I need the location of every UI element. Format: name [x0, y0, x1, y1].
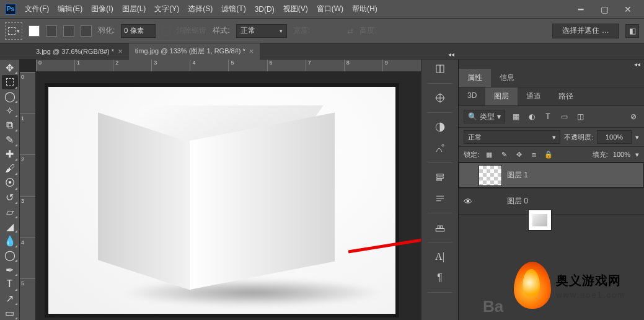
- menu-window[interactable]: 窗口(W): [317, 4, 343, 14]
- selection-add-icon[interactable]: [46, 25, 57, 37]
- menubar: Ps 文件(F) 编辑(E) 图像(I) 图层(L) 文字(Y) 选择(S) 滤…: [0, 0, 644, 19]
- gradient-tool[interactable]: ◢: [2, 220, 18, 233]
- tab-channels[interactable]: 通道: [518, 87, 550, 105]
- panel-collapse-icon[interactable]: ◂◂: [459, 60, 644, 69]
- paragraph-panel-icon[interactable]: [430, 192, 451, 205]
- filter-toggle-icon[interactable]: ⊘: [628, 111, 639, 122]
- tab-close-icon[interactable]: ×: [118, 47, 123, 56]
- opacity-input[interactable]: 100%: [597, 130, 632, 144]
- tab-0[interactable]: 3.jpg @ 37.6%(RGB/8#) *×: [30, 43, 129, 60]
- blend-mode-select[interactable]: 正常▾: [464, 130, 560, 144]
- layer-name[interactable]: 图层 1: [507, 170, 528, 180]
- type-tool[interactable]: T: [2, 277, 18, 291]
- path-tool[interactable]: ↗: [2, 292, 18, 306]
- move-tool[interactable]: ✥: [2, 61, 18, 74]
- tab-paths[interactable]: 路径: [550, 87, 582, 105]
- menu-type[interactable]: 文字(Y): [154, 4, 179, 14]
- history-panel-icon[interactable]: [430, 62, 451, 76]
- menu-view[interactable]: 视图(V): [283, 4, 308, 14]
- lock-artboard-icon[interactable]: ⧈: [529, 149, 539, 159]
- menu-select[interactable]: 选择(S): [188, 4, 213, 14]
- select-and-mask-button[interactable]: 选择并遮住 …: [552, 24, 619, 38]
- marquee-tool[interactable]: [2, 75, 18, 89]
- selection-subtract-icon[interactable]: [63, 25, 74, 37]
- character-panel-icon[interactable]: [430, 171, 451, 184]
- selection-intersect-icon[interactable]: [81, 25, 92, 37]
- lasso-tool[interactable]: ◯: [2, 90, 18, 104]
- stamp-tool[interactable]: ⦿: [2, 176, 18, 190]
- filter-type-icon[interactable]: T: [542, 111, 554, 122]
- document-tabbar: 3.jpg @ 37.6%(RGB/8#) *× timg.jpg @ 133%…: [0, 43, 644, 60]
- cube-artwork: [98, 105, 333, 310]
- width-label: 宽度:: [293, 25, 310, 36]
- menu-3d[interactable]: 3D(D): [255, 5, 275, 14]
- lock-pos-icon[interactable]: ✥: [514, 149, 524, 159]
- menu-filter[interactable]: 滤镜(T): [221, 4, 245, 14]
- magic-wand-tool[interactable]: ✧: [2, 104, 18, 118]
- tab-properties[interactable]: 属性: [459, 69, 491, 87]
- brush-tool[interactable]: 🖌: [2, 162, 18, 176]
- options-gear-icon[interactable]: ◧: [625, 24, 639, 38]
- menu-edit[interactable]: 编辑(E): [58, 4, 82, 14]
- collapse-toggle-icon[interactable]: ◂◂: [448, 51, 454, 58]
- style-select[interactable]: 正常▾: [236, 24, 287, 38]
- options-bar: ▾ 羽化: 消除锯齿 样式: 正常▾ 宽度: ⇄ 高度: 选择并遮住 … ◧: [0, 19, 644, 43]
- menu-help[interactable]: 帮助(H): [352, 4, 377, 14]
- lock-paint-icon[interactable]: ✎: [499, 149, 509, 159]
- crop-tool[interactable]: ⧉: [2, 118, 18, 132]
- swap-icon: ⇄: [347, 27, 353, 35]
- navigator-panel-icon[interactable]: [430, 91, 451, 105]
- eyedropper-tool[interactable]: ✎: [2, 133, 18, 146]
- filter-pixel-icon[interactable]: ▦: [510, 111, 521, 122]
- current-tool-indicator[interactable]: ▾: [5, 22, 22, 40]
- visibility-toggle[interactable]: 👁: [462, 197, 474, 207]
- layer-filter-select[interactable]: 🔍 类型 ▾: [464, 110, 505, 123]
- menu-file[interactable]: 文件(F): [25, 4, 49, 14]
- tab-info[interactable]: 信息: [491, 69, 523, 87]
- tab-3d[interactable]: 3D: [459, 87, 485, 105]
- window-maximize[interactable]: ▢: [593, 2, 615, 16]
- pen-tool[interactable]: ✒: [2, 263, 18, 277]
- watermark: Ba jing 奥义游戏网 www.aoe1.com: [514, 252, 644, 320]
- tab-close-icon[interactable]: ×: [249, 47, 254, 56]
- app-icon: Ps: [5, 4, 16, 15]
- filter-adjust-icon[interactable]: ◐: [526, 111, 537, 122]
- svg-rect-10: [436, 177, 443, 178]
- layer-thumbnail[interactable]: [479, 165, 502, 186]
- shape-tool[interactable]: ▭: [2, 306, 18, 320]
- layer-row[interactable]: 图层 1: [459, 162, 644, 189]
- fill-input[interactable]: 100%: [613, 151, 630, 158]
- history-brush-tool[interactable]: ↺: [2, 191, 18, 205]
- window-minimize[interactable]: ━: [570, 2, 592, 16]
- filter-smart-icon[interactable]: ◫: [575, 111, 586, 122]
- height-label: 高度:: [359, 25, 376, 36]
- canvas-area[interactable]: 0123456789 012345: [20, 60, 421, 320]
- antialias-checkbox[interactable]: [162, 27, 170, 35]
- tab-layers[interactable]: 图层: [485, 87, 518, 105]
- glyph-a-icon[interactable]: A|: [430, 250, 451, 264]
- layer-row[interactable]: 👁 图层 0: [459, 189, 644, 215]
- styles-panel-icon[interactable]: [430, 141, 451, 155]
- menu-layer[interactable]: 图层(L): [122, 4, 146, 14]
- blur-tool[interactable]: 💧: [2, 234, 18, 247]
- selection-new-icon[interactable]: [29, 25, 40, 37]
- dodge-tool[interactable]: ◯: [2, 249, 18, 262]
- swatches-panel-icon[interactable]: [430, 221, 451, 234]
- lock-label: 锁定:: [464, 150, 479, 159]
- svg-rect-16: [438, 226, 439, 229]
- opacity-label: 不透明度:: [564, 133, 593, 142]
- layer-thumbnail[interactable]: [528, 210, 552, 231]
- menu-image[interactable]: 图像(I): [91, 4, 113, 14]
- lock-all-icon[interactable]: 🔒: [544, 149, 554, 159]
- filter-shape-icon[interactable]: ▭: [558, 111, 570, 122]
- adjustments-panel-icon[interactable]: [430, 120, 451, 134]
- healing-tool[interactable]: ✚: [2, 148, 18, 161]
- document-canvas[interactable]: [45, 83, 399, 318]
- layer-name[interactable]: 图层 0: [507, 196, 528, 207]
- paragraph-mark-icon[interactable]: ¶: [430, 271, 451, 285]
- lock-trans-icon[interactable]: ▦: [484, 149, 494, 159]
- feather-input[interactable]: [121, 24, 156, 38]
- eraser-tool[interactable]: ▱: [2, 205, 18, 219]
- window-close[interactable]: ✕: [617, 2, 639, 16]
- tab-1[interactable]: timg.jpg @ 133% (图层 1, RGB/8#) *×: [129, 43, 260, 60]
